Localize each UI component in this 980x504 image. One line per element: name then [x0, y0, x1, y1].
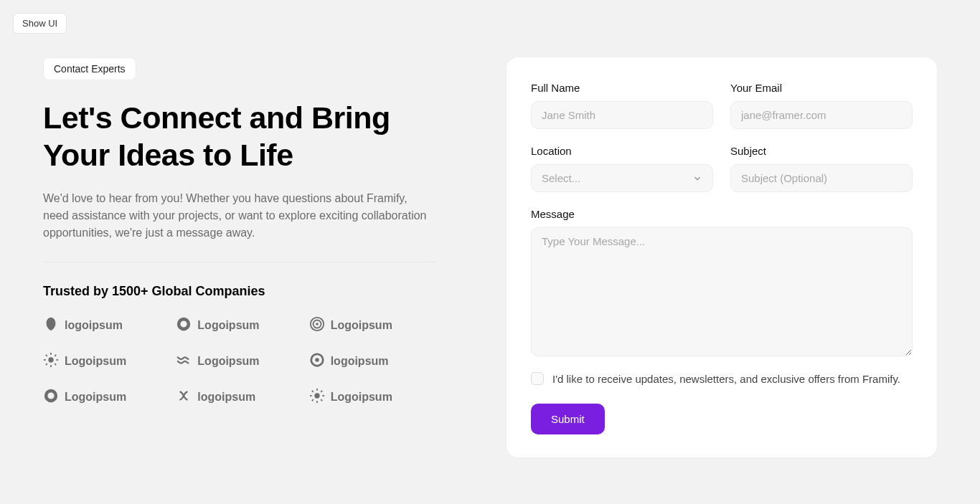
- logo-text: Logoipsum: [197, 355, 259, 368]
- logo-text: Logoipsum: [331, 319, 392, 332]
- svg-point-3: [48, 357, 53, 362]
- sun-icon: [43, 352, 59, 371]
- waves-icon: [176, 352, 192, 371]
- location-label: Location: [531, 145, 713, 157]
- svg-line-22: [321, 391, 322, 392]
- donut-icon: [43, 388, 59, 406]
- form-group-message: Message: [531, 208, 913, 356]
- logo-text: logoipsum: [65, 319, 123, 332]
- company-logo: Logoipsum: [176, 316, 301, 335]
- company-logo: logoipsum: [43, 316, 169, 335]
- company-logo: Logoipsum: [309, 388, 435, 406]
- form-group-name: Full Name: [531, 82, 713, 129]
- svg-line-9: [55, 363, 56, 365]
- form-group-email: Your Email: [730, 82, 913, 129]
- logo-grid: logoipsumLogoipsumLogoipsumLogoipsumLogo…: [43, 316, 435, 406]
- hero-badge: Contact Experts: [43, 57, 136, 80]
- svg-line-20: [321, 399, 322, 401]
- svg-line-8: [46, 355, 47, 356]
- svg-point-13: [315, 358, 319, 362]
- sun-icon: [309, 388, 325, 406]
- form-grid: Full Name Your Email Location Select... …: [531, 82, 913, 356]
- full-name-input[interactable]: [531, 101, 713, 129]
- chevron-down-icon: [692, 173, 702, 184]
- message-textarea[interactable]: [531, 227, 913, 356]
- location-select[interactable]: Select...: [531, 164, 713, 192]
- newsletter-checkbox[interactable]: [531, 372, 544, 385]
- subject-input[interactable]: [730, 164, 913, 192]
- logo-text: Logoipsum: [197, 319, 259, 332]
- contact-form-card: Full Name Your Email Location Select... …: [507, 57, 937, 457]
- email-input[interactable]: [730, 101, 913, 129]
- page-container: Contact Experts Let's Connect and Bring …: [0, 0, 980, 486]
- svg-line-21: [312, 399, 314, 401]
- newsletter-row: I'd like to receive updates, newsletters…: [531, 372, 913, 385]
- rings-icon: [309, 316, 325, 335]
- company-logo: Logoipsum: [43, 388, 169, 406]
- form-group-subject: Subject: [730, 145, 913, 192]
- company-logo: logoipsum: [309, 352, 435, 371]
- svg-line-10: [46, 363, 47, 365]
- company-logo: Logoipsum: [176, 352, 301, 371]
- logo-text: Logoipsum: [331, 391, 392, 404]
- location-select-value: Select...: [542, 172, 580, 184]
- hero-description: We'd love to hear from you! Whether you …: [43, 190, 435, 242]
- logo-text: logoipsum: [331, 355, 389, 368]
- svg-point-2: [316, 323, 319, 325]
- show-ui-button[interactable]: Show UI: [13, 13, 67, 34]
- target-icon: [309, 352, 325, 371]
- subject-label: Subject: [730, 145, 913, 157]
- donut-icon: [176, 316, 192, 335]
- hero-section: Contact Experts Let's Connect and Bring …: [43, 57, 435, 457]
- company-logo: logoipsum: [176, 388, 301, 406]
- svg-point-14: [314, 393, 319, 398]
- leaf-icon: [43, 316, 59, 335]
- email-label: Your Email: [730, 82, 913, 94]
- svg-line-19: [312, 391, 314, 392]
- newsletter-label: I'd like to receive updates, newsletters…: [552, 373, 900, 385]
- svg-line-11: [55, 355, 56, 356]
- divider: [43, 262, 435, 262]
- full-name-label: Full Name: [531, 82, 713, 94]
- form-group-location: Location Select...: [531, 145, 713, 192]
- submit-button[interactable]: Submit: [531, 404, 605, 434]
- message-label: Message: [531, 208, 913, 220]
- logo-text: logoipsum: [197, 391, 255, 404]
- company-logo: Logoipsum: [309, 316, 435, 335]
- knot-icon: [176, 388, 192, 406]
- logo-text: Logoipsum: [65, 355, 126, 368]
- hero-heading: Let's Connect and Bring Your Ideas to Li…: [43, 99, 435, 174]
- trusted-heading: Trusted by 1500+ Global Companies: [43, 284, 435, 299]
- logo-text: Logoipsum: [65, 391, 126, 404]
- company-logo: Logoipsum: [43, 352, 169, 371]
